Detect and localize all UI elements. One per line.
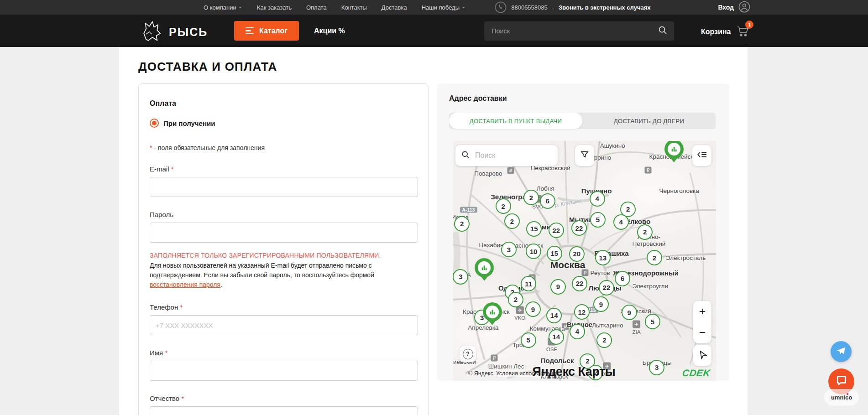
pickup-cluster-marker[interactable]: 15 xyxy=(547,246,562,261)
required-fields-note: * - поля обязательные для заполнения xyxy=(150,144,417,151)
phone-number: 88005558085 xyxy=(511,4,548,11)
page: О компании⌄Как заказатьОплатаКонтактыДос… xyxy=(0,0,868,415)
topbar-link-3[interactable]: Контакты xyxy=(341,4,367,11)
pickup-cluster-marker[interactable]: 2 xyxy=(504,213,520,229)
promos-link[interactable]: Акции % xyxy=(314,27,345,35)
map-town-label: Электроугли xyxy=(632,282,668,289)
pickup-cluster-marker[interactable]: 4 xyxy=(570,324,585,339)
email-field[interactable] xyxy=(150,177,418,197)
pin-building-icon xyxy=(664,141,684,159)
middlename-field[interactable] xyxy=(150,406,418,415)
header-search-input[interactable] xyxy=(491,27,658,35)
delivery-map[interactable]: АшукиноСофриноКрасноармейскПоваровоНекра… xyxy=(453,141,716,381)
login-button[interactable]: Вход xyxy=(718,1,750,14)
zoom-in-button[interactable]: + xyxy=(699,306,706,317)
pickup-cluster-marker[interactable]: 11 xyxy=(521,276,536,291)
tab-to-door[interactable]: ДОСТАВИТЬ ДО ДВЕРИ xyxy=(582,113,716,129)
pickup-point-pin[interactable] xyxy=(475,258,494,281)
map-town-label: Москва xyxy=(550,259,586,270)
pickup-cluster-marker[interactable]: 22 xyxy=(549,223,564,238)
pickup-cluster-marker[interactable]: 9 xyxy=(550,279,566,295)
telegram-button[interactable] xyxy=(831,341,852,362)
pickup-cluster-marker[interactable]: 4 xyxy=(613,214,629,230)
pickup-cluster-marker[interactable]: 5 xyxy=(521,332,536,348)
cdek-logo: CDEK xyxy=(682,368,711,379)
main-header: РЫСЬ Каталог Акции % Корзина 1 xyxy=(0,15,868,47)
pickup-point-pin[interactable] xyxy=(664,141,684,162)
password-recovery-link[interactable]: восстановления пароля xyxy=(150,281,220,288)
pickup-cluster-marker[interactable]: 5 xyxy=(645,314,660,329)
pickup-cluster-marker[interactable]: 2 xyxy=(637,224,653,240)
topbar-link-1[interactable]: Как заказать xyxy=(257,4,292,11)
catalog-button[interactable]: Каталог xyxy=(234,21,299,41)
pickup-cluster-marker[interactable]: 13 xyxy=(595,250,611,265)
map-locate-button[interactable] xyxy=(693,345,711,366)
search-icon[interactable] xyxy=(658,25,668,37)
pickup-cluster-marker[interactable]: 2 xyxy=(496,198,511,214)
map-search-input[interactable] xyxy=(474,151,570,160)
toll-road-icon: ₽ xyxy=(491,355,498,362)
pickup-cluster-marker[interactable]: 2 xyxy=(596,332,612,348)
pickup-cluster-marker[interactable]: 6 xyxy=(615,271,630,286)
password-field[interactable] xyxy=(150,223,418,243)
pickup-cluster-marker[interactable]: 3 xyxy=(649,360,664,375)
map-town-label: Лобня xyxy=(537,185,554,192)
firstname-label: Имя * xyxy=(150,349,417,357)
cart-button[interactable]: Корзина 1 xyxy=(701,25,750,39)
chevron-down-icon: ⌄ xyxy=(238,4,242,10)
firstname-field[interactable] xyxy=(150,361,418,381)
topbar-link-5[interactable]: Наши победы⌄ xyxy=(422,4,466,11)
map-town-label: Реутов xyxy=(590,269,610,276)
phone-label: Телефон * xyxy=(150,303,417,311)
brand-logo[interactable]: РЫСЬ xyxy=(141,20,208,44)
yandex-maps-logo[interactable]: Яндекс Карты xyxy=(533,365,616,379)
pickup-cluster-marker[interactable]: 2 xyxy=(508,292,523,307)
phone-field[interactable] xyxy=(150,315,418,335)
topbar-link-2[interactable]: Оплата xyxy=(306,4,327,11)
pin-building-icon xyxy=(483,302,502,322)
pickup-cluster-marker[interactable]: 12 xyxy=(574,304,590,320)
payment-section-title: Оплата xyxy=(150,99,417,108)
pickup-cluster-marker[interactable]: 9 xyxy=(593,296,609,312)
pickup-cluster-marker[interactable]: 2 xyxy=(454,216,470,232)
pickup-cluster-marker[interactable]: 9 xyxy=(525,301,541,317)
payment-radio-on-receipt[interactable]: При получении xyxy=(150,119,417,128)
pickup-cluster-marker[interactable]: 22 xyxy=(599,280,614,296)
zoom-out-button[interactable]: − xyxy=(699,327,706,338)
email-label: E-mail * xyxy=(150,165,417,173)
cart-icon: 1 xyxy=(736,25,750,39)
pickup-cluster-marker[interactable]: 4 xyxy=(590,191,605,207)
pickup-cluster-marker[interactable]: 3 xyxy=(453,269,468,285)
pickup-cluster-marker[interactable]: 6 xyxy=(540,193,555,209)
collapse-panel-icon xyxy=(696,150,707,161)
map-filter-button[interactable] xyxy=(575,145,594,166)
toll-road-icon: ₽ xyxy=(507,167,514,174)
pickup-cluster-marker[interactable]: 9 xyxy=(622,305,637,320)
pickup-cluster-marker[interactable]: 20 xyxy=(569,246,585,262)
topbar-phone[interactable]: 88005558085 - Звонить в экстренных случа… xyxy=(495,1,650,13)
pickup-point-pin[interactable] xyxy=(483,302,502,325)
pickup-cluster-marker[interactable]: 2 xyxy=(523,190,539,205)
map-help-button[interactable]: ? xyxy=(460,346,476,362)
pickup-cluster-marker[interactable]: 3 xyxy=(501,242,517,257)
toll-road-icon: ₽ xyxy=(645,167,652,174)
radio-label: При получении xyxy=(163,119,215,127)
pickup-cluster-marker[interactable]: 10 xyxy=(526,244,541,259)
topbar-link-0[interactable]: О компании⌄ xyxy=(204,4,242,11)
copyright-text: © Яндекс xyxy=(468,370,493,377)
pickup-cluster-marker[interactable]: 15 xyxy=(526,221,542,237)
tab-pickup-point[interactable]: ДОСТАВИТЬ В ПУНКТ ВЫДАЧИ xyxy=(449,113,582,129)
pickup-cluster-marker[interactable]: 22 xyxy=(572,276,587,291)
airport-code: VKO xyxy=(514,315,525,320)
pickup-cluster-marker[interactable]: 2 xyxy=(647,250,662,265)
map-collapse-button[interactable] xyxy=(692,145,711,166)
pickup-cluster-marker[interactable]: 14 xyxy=(546,308,562,323)
pickup-cluster-marker[interactable]: 22 xyxy=(571,220,587,236)
topbar: О компании⌄Как заказатьОплатаКонтактыДос… xyxy=(0,0,868,15)
map-zoom-control: + − xyxy=(693,301,711,343)
airport-zia: ✈ZIA xyxy=(633,321,641,335)
airport-vko: ✈VKO xyxy=(514,306,525,320)
pickup-cluster-marker[interactable]: 5 xyxy=(590,212,606,228)
pickup-cluster-marker[interactable]: 14 xyxy=(549,329,564,345)
topbar-link-4[interactable]: Доставка xyxy=(382,4,407,11)
